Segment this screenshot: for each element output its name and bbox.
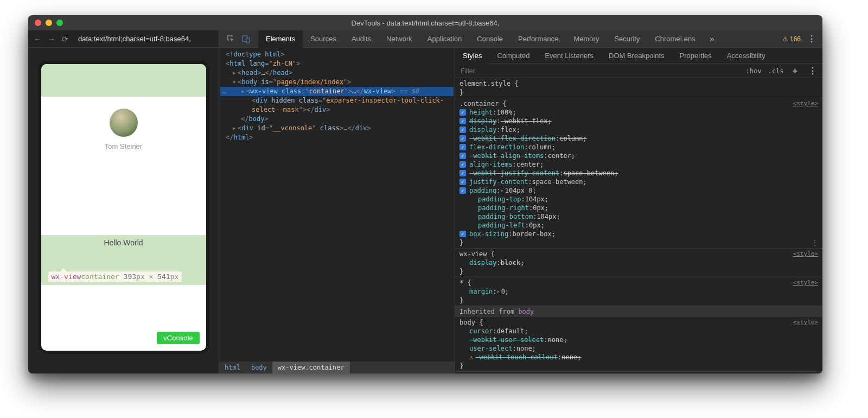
- tab-sources[interactable]: Sources: [303, 30, 344, 48]
- inspect-icon[interactable]: [227, 35, 235, 43]
- warnings-count: 166: [790, 35, 801, 43]
- styles-filter-input[interactable]: [455, 67, 743, 75]
- css-rule[interactable]: <style>* {margin: ▸0;}: [455, 277, 822, 306]
- hello-text: Hello World: [41, 235, 206, 250]
- prop-checkbox[interactable]: [459, 126, 466, 133]
- dom-line[interactable]: ▸<head>…</head>: [220, 68, 454, 78]
- dom-tree[interactable]: <!doctype html><html lang="zh-CN">▸<head…: [219, 48, 455, 362]
- prop-checkbox[interactable]: [459, 179, 466, 185]
- dom-line[interactable]: ▾<body is="pages/index/index">: [220, 78, 454, 87]
- prop-checkbox[interactable]: [459, 109, 466, 116]
- styles-tabs: StylesComputedEvent ListenersDOM Breakpo…: [455, 48, 822, 64]
- warning-icon: ⚠: [782, 35, 788, 43]
- tab-audits[interactable]: Audits: [344, 30, 379, 48]
- styles-tab-computed[interactable]: Computed: [489, 48, 537, 64]
- main-tabs: ElementsSourcesAuditsNetworkApplicationC…: [219, 30, 822, 48]
- styles-tab-event-listeners[interactable]: Event Listeners: [537, 48, 601, 64]
- tab-security[interactable]: Security: [607, 30, 647, 48]
- styles-tab-dom-breakpoints[interactable]: DOM Breakpoints: [601, 48, 672, 64]
- prop-checkbox[interactable]: [459, 118, 466, 124]
- inherited-from-bar: Inherited from body: [455, 306, 822, 317]
- rule-source[interactable]: <style>: [793, 250, 818, 258]
- element-tooltip: wx-viewcontainer 393px × 541px: [48, 271, 183, 282]
- prop-checkbox[interactable]: [459, 153, 466, 159]
- styles-tab-accessibility[interactable]: Accessibility: [719, 48, 773, 64]
- dom-line[interactable]: ▸<div id="__vconsole" class>…</div>: [220, 124, 454, 133]
- menu-icon[interactable]: ⋮: [807, 34, 816, 44]
- devtools-pane: ElementsSourcesAuditsNetworkApplicationC…: [219, 30, 822, 373]
- nav-bar: ← → ⟳ data:text/html;charset=utf-8;base6…: [28, 30, 219, 48]
- dom-pane: <!doctype html><html lang="zh-CN">▸<head…: [219, 48, 455, 373]
- prop-checkbox[interactable]: [459, 187, 466, 194]
- preview-pane: ← → ⟳ data:text/html;charset=utf-8;base6…: [28, 30, 219, 373]
- breadcrumb-item[interactable]: wx-view.container: [272, 362, 350, 373]
- back-icon[interactable]: ←: [34, 35, 41, 43]
- tab-memory[interactable]: Memory: [566, 30, 607, 48]
- svg-rect-1: [246, 38, 250, 43]
- filter-row: :hov .cls + ⋮: [455, 64, 822, 78]
- tooltip-class: container: [81, 273, 119, 281]
- hov-toggle[interactable]: :hov: [743, 67, 765, 75]
- rule-source[interactable]: <style>: [793, 99, 818, 108]
- maximize-icon[interactable]: [56, 20, 63, 26]
- close-icon[interactable]: [35, 20, 41, 26]
- prop-checkbox[interactable]: [459, 144, 466, 150]
- titlebar: DevTools - data:text/html;charset=utf-8;…: [28, 15, 822, 30]
- styles-menu-icon[interactable]: ⋮: [803, 66, 822, 76]
- dom-line[interactable]: select--mask"></div>: [220, 105, 454, 115]
- rule-source[interactable]: <style>: [793, 278, 818, 287]
- new-rule-icon[interactable]: +: [787, 66, 803, 76]
- dom-line[interactable]: </html>: [220, 133, 454, 142]
- forward-icon[interactable]: →: [48, 35, 55, 43]
- breadcrumb-item[interactable]: body: [246, 362, 272, 373]
- devtools-window: DevTools - data:text/html;charset=utf-8;…: [28, 15, 822, 373]
- tooltip-width: 393: [124, 273, 136, 281]
- styles-body[interactable]: element.style {}<style>.container {heigh…: [455, 78, 822, 373]
- tab-chromelens[interactable]: ChromeLens: [647, 30, 703, 48]
- rule-source[interactable]: <style>: [793, 318, 818, 327]
- rule-menu-icon[interactable]: ⋮: [812, 238, 818, 247]
- url-text[interactable]: data:text/html;charset=utf-8;base64,: [78, 35, 191, 43]
- dom-line[interactable]: </body>: [220, 115, 454, 124]
- breadcrumb: htmlbodywx-view.container: [219, 362, 455, 373]
- dom-line[interactable]: <!doctype html>: [220, 50, 454, 59]
- tab-network[interactable]: Network: [379, 30, 420, 48]
- vconsole-button[interactable]: vConsole: [157, 332, 199, 344]
- prop-checkbox[interactable]: [459, 135, 466, 142]
- warnings-badge[interactable]: ⚠ 166: [782, 35, 801, 43]
- tooltip-tag: wx-view: [52, 273, 81, 281]
- user-name: Tom Steiner: [41, 142, 206, 150]
- device-toggle-icon[interactable]: [242, 35, 251, 43]
- traffic-lights: [35, 20, 63, 26]
- cls-toggle[interactable]: .cls: [765, 67, 787, 75]
- tab-performance[interactable]: Performance: [510, 30, 566, 48]
- styles-tab-properties[interactable]: Properties: [672, 48, 719, 64]
- avatar: [110, 109, 138, 137]
- reload-icon[interactable]: ⟳: [62, 35, 68, 43]
- breadcrumb-item[interactable]: html: [219, 362, 246, 373]
- css-rule[interactable]: <style>wx-view {display: block;}: [455, 249, 822, 277]
- styles-pane: StylesComputedEvent ListenersDOM Breakpo…: [455, 48, 822, 373]
- phone-mid: [41, 154, 206, 235]
- tab-application[interactable]: Application: [420, 30, 470, 48]
- styles-tab-styles[interactable]: Styles: [455, 48, 489, 64]
- minimize-icon[interactable]: [46, 20, 52, 26]
- device-frame: Tom Steiner Hello World wx-viewcontainer…: [38, 61, 209, 354]
- prop-checkbox[interactable]: [459, 170, 466, 176]
- tooltip-height: 541: [157, 273, 170, 281]
- dom-line[interactable]: <html lang="zh-CN">: [220, 59, 454, 68]
- avatar-section: Tom Steiner: [41, 97, 206, 154]
- phone-top-bar: [41, 64, 206, 97]
- tab-console[interactable]: Console: [469, 30, 510, 48]
- css-rule[interactable]: <style>body {cursor: default;-webkit-use…: [455, 317, 822, 372]
- css-rule[interactable]: <style>.container {height: 100%;display:…: [455, 98, 822, 249]
- main-body: ← → ⟳ data:text/html;charset=utf-8;base6…: [28, 30, 822, 373]
- css-rule[interactable]: element.style {}: [455, 78, 822, 98]
- prop-checkbox[interactable]: [459, 161, 466, 168]
- dom-line[interactable]: <div hidden class="exparser-inspector-to…: [220, 96, 454, 105]
- tab-elements[interactable]: Elements: [258, 30, 303, 48]
- dom-line[interactable]: …▸<wx-view class="container">…</wx-view>…: [220, 87, 454, 96]
- prop-checkbox[interactable]: [459, 231, 466, 237]
- window-title: DevTools - data:text/html;charset=utf-8;…: [352, 19, 500, 27]
- tabs-more-icon[interactable]: »: [703, 34, 721, 44]
